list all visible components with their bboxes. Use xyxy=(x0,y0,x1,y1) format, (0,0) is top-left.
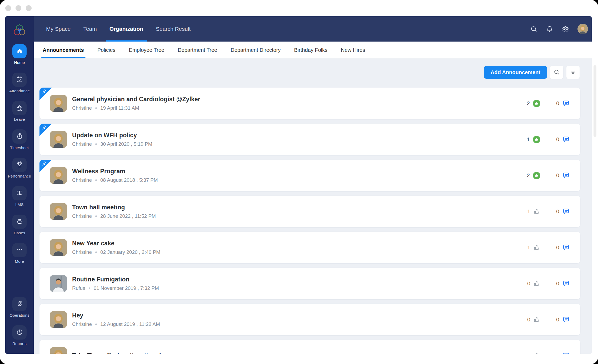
sidebar-item-leave[interactable]: Leave xyxy=(5,101,34,122)
bell-icon[interactable] xyxy=(546,25,553,33)
announcement-info: Routine FumigationRufus01 November 2019 … xyxy=(72,276,159,291)
attendance-icon xyxy=(16,76,23,84)
announcement-title[interactable]: Routine Fumigation xyxy=(72,276,159,283)
tab-department-tree[interactable]: Department Tree xyxy=(176,42,219,58)
topbar: My SpaceTeamOrganizationSearch Result xyxy=(34,16,592,42)
announcement-title[interactable]: Update on WFH policy xyxy=(72,132,152,139)
scrollbar-thumb[interactable] xyxy=(594,65,596,137)
sidebar-item-label: Home xyxy=(14,60,25,65)
thumb-up-icon[interactable] xyxy=(533,316,540,323)
dot-separator xyxy=(95,215,97,217)
announcement-title[interactable]: New Year cake xyxy=(72,240,160,247)
tab-policies[interactable]: Policies xyxy=(96,42,117,58)
tab-announcements[interactable]: Announcements xyxy=(41,42,86,58)
thumb-up-icon[interactable] xyxy=(533,208,540,215)
search-announcements-button[interactable] xyxy=(550,66,563,79)
announcement-author[interactable]: Christine xyxy=(72,321,92,327)
sidebar-item-operations[interactable]: Operations xyxy=(5,297,34,317)
comment-icon[interactable] xyxy=(562,172,570,179)
announcement-byline: Christine02 January 2020 , 2:40 PM xyxy=(72,249,160,255)
tab-birthday-folks[interactable]: Birthday Folks xyxy=(292,42,329,58)
sidebar-item-home[interactable]: Home xyxy=(5,44,34,65)
announcement-byline: Rufus01 November 2019 , 7:32 PM xyxy=(72,285,159,291)
like-stat: 1 xyxy=(527,244,540,251)
close-button[interactable] xyxy=(5,5,11,11)
add-announcement-button[interactable]: Add Announcement xyxy=(484,66,547,79)
announcement-author[interactable]: Christine xyxy=(72,105,92,111)
tab-employee-tree[interactable]: Employee Tree xyxy=(127,42,166,58)
comment-stat: 0 xyxy=(556,244,570,251)
comment-icon[interactable] xyxy=(562,208,570,215)
sidebar-item-cases[interactable]: Cases xyxy=(5,215,34,235)
minimize-button[interactable] xyxy=(16,5,21,11)
announcement-card[interactable]: Wellness ProgramChristine08 August 2018 … xyxy=(39,160,580,191)
sidebar-item-attendance[interactable]: Attendance xyxy=(5,73,34,93)
tab-department-directory[interactable]: Department Directory xyxy=(229,42,282,58)
comment-icon[interactable] xyxy=(562,100,570,107)
sidebar-item-timesheet[interactable]: Timesheet xyxy=(5,129,34,150)
sidebar-item-label: Leave xyxy=(14,117,25,122)
announcement-card[interactable]: Update on WFH policyChristine30 April 20… xyxy=(39,124,580,155)
announcement-card[interactable]: Routine FumigationRufus01 November 2019 … xyxy=(39,268,580,299)
topbar-tab-my-space[interactable]: My Space xyxy=(42,16,74,42)
like-stat: 0 xyxy=(527,316,540,323)
announcement-card[interactable]: HeyChristine12 August 2019 , 11:22 AM00 xyxy=(39,304,580,335)
user-avatar[interactable] xyxy=(577,24,588,34)
search-icon[interactable] xyxy=(530,25,537,33)
thumb-up-icon[interactable] xyxy=(533,280,540,287)
announcement-title[interactable]: Hey xyxy=(72,312,160,319)
tab-new-hires[interactable]: New Hires xyxy=(339,42,367,58)
announcement-title[interactable]: General physician and Cardiologist @Zylk… xyxy=(72,96,200,103)
sidebar-item-more[interactable]: More xyxy=(5,243,34,264)
announcement-author[interactable]: Christine xyxy=(72,141,92,147)
thumb-up-icon[interactable] xyxy=(533,352,540,354)
gear-icon[interactable] xyxy=(562,25,569,33)
announcement-author[interactable]: Rufus xyxy=(72,285,85,291)
avatar xyxy=(50,203,67,220)
comment-icon[interactable] xyxy=(562,244,570,251)
announcement-card[interactable]: New Year cakeChristine02 January 2020 , … xyxy=(39,232,580,263)
like-stat: 1 xyxy=(527,136,540,143)
announcement-date: 02 January 2020 , 2:40 PM xyxy=(100,249,160,255)
comment-icon[interactable] xyxy=(562,352,570,354)
sidebar-item-lms[interactable]: LMS xyxy=(5,186,34,207)
sidebar-tile xyxy=(12,158,27,172)
announcement-author[interactable]: Christine xyxy=(72,213,92,219)
comment-icon[interactable] xyxy=(562,316,570,323)
thumb-up-filled-icon[interactable] xyxy=(533,172,540,179)
sidebar-item-label: Performance xyxy=(8,174,31,178)
announcement-author[interactable]: Christine xyxy=(72,249,92,255)
sidebar-item-performance[interactable]: Performance xyxy=(5,158,34,178)
thumb-up-filled-icon[interactable] xyxy=(533,136,540,143)
search-icon xyxy=(553,69,560,76)
announcement-author[interactable]: Christine xyxy=(72,177,92,183)
thumb-up-filled-icon[interactable] xyxy=(533,100,540,107)
thumb-up-icon[interactable] xyxy=(533,244,540,251)
announcement-card[interactable]: Town hall meetingChristine28 June 2022 ,… xyxy=(39,196,580,227)
comment-icon[interactable] xyxy=(562,136,570,143)
like-stat: 1 xyxy=(527,208,540,215)
announcement-card[interactable]: General physician and Cardiologist @Zylk… xyxy=(39,88,580,119)
topbar-tab-search-result[interactable]: Search Result xyxy=(152,16,194,42)
avatar xyxy=(50,347,67,354)
like-count: 0 xyxy=(527,316,530,323)
topbar-tabs: My SpaceTeamOrganizationSearch Result xyxy=(34,16,197,42)
more-icon xyxy=(16,246,23,254)
maximize-button[interactable] xyxy=(26,5,32,11)
topbar-tab-team[interactable]: Team xyxy=(79,16,100,42)
dot-separator xyxy=(95,143,97,145)
announcement-title[interactable]: Town hall meeting xyxy=(72,204,156,211)
announcement-byline: Christine08 August 2018 , 5:37 PM xyxy=(72,177,158,183)
comment-stat: 0 xyxy=(556,280,570,287)
announcement-title[interactable]: Take Time off when it matters ! xyxy=(72,352,161,354)
sidebar-item-reports[interactable]: Reports xyxy=(5,325,34,346)
announcement-date: 19 April 11:31 AM xyxy=(100,105,139,111)
comment-icon[interactable] xyxy=(562,280,570,287)
topbar-tab-organization[interactable]: Organization xyxy=(106,16,147,42)
announcement-card[interactable]: Take Time off when it matters ! xyxy=(39,340,580,354)
announcement-list: General physician and Cardiologist @Zylk… xyxy=(39,88,580,354)
announcement-title[interactable]: Wellness Program xyxy=(72,168,158,175)
filter-announcements-button[interactable] xyxy=(566,66,580,79)
sidebar-item-label: More xyxy=(15,259,24,264)
like-stat: 0 xyxy=(527,280,540,287)
